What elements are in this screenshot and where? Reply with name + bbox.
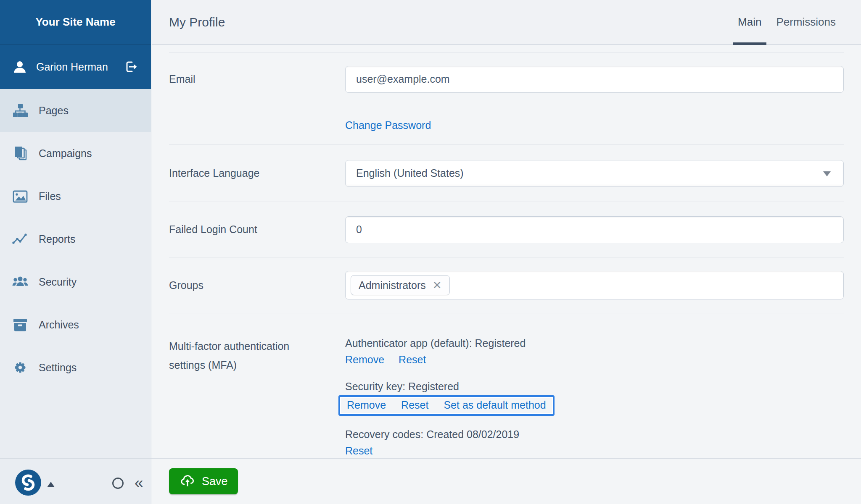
line-chart-icon (12, 231, 29, 247)
page-title: My Profile (169, 15, 225, 29)
security-key-status: Security key: Registered (345, 380, 844, 393)
recovery-codes-status: Recovery codes: Created 08/02/2019 (345, 428, 844, 441)
sidebar-header: Your Site Name Garion Herman (0, 0, 151, 89)
groups-label: Groups (169, 279, 345, 291)
profile-form: Email Change Password Interface Language… (169, 52, 844, 472)
authenticator-status: Authenticator app (default): Registered (345, 337, 844, 350)
security-key-set-default-link[interactable]: Set as default method (444, 399, 546, 411)
authenticator-actions: Remove Reset (345, 354, 844, 366)
footer-divider (0, 458, 861, 459)
mfa-settings: Authenticator app (default): Registered … (345, 337, 844, 457)
sidebar: Your Site Name Garion Herman Pages (0, 0, 151, 504)
cloud-upload-icon (179, 473, 196, 490)
chevron-down-icon (823, 171, 831, 176)
app-root: Your Site Name Garion Herman Pages (0, 0, 861, 504)
remove-group-icon[interactable]: ✕ (433, 280, 442, 291)
interface-language-row: Interface Language English (United State… (169, 145, 844, 202)
security-key-actions-highlight: Remove Reset Set as default method (338, 395, 555, 416)
interface-language-label: Interface Language (169, 167, 345, 179)
sidebar-item-archives[interactable]: Archives (0, 303, 151, 346)
sidebar-user-row[interactable]: Garion Herman (0, 45, 151, 89)
change-password-link[interactable]: Change Password (345, 119, 431, 131)
failed-login-label: Failed Login Count (169, 223, 345, 236)
groups-field[interactable]: Administrators ✕ (345, 271, 844, 299)
sidebar-item-label: Pages (39, 105, 69, 117)
image-icon (12, 188, 29, 205)
authenticator-reset-link[interactable]: Reset (399, 354, 426, 366)
sidebar-item-label: Reports (39, 233, 76, 245)
main-content: My Profile Main Permissions Email Change… (152, 0, 861, 504)
sidebar-menu: Pages Campaigns Files Reports (0, 89, 151, 389)
sidebar-item-label: Settings (39, 362, 77, 374)
mfa-label: Multi-factor authentication settings (MF… (169, 337, 314, 375)
sidebar-item-settings[interactable]: Settings (0, 346, 151, 389)
sidebar-item-campaigns[interactable]: Campaigns (0, 132, 151, 175)
change-password-row: Change Password (169, 106, 844, 145)
email-row: Email (169, 52, 844, 106)
security-key-reset-link[interactable]: Reset (401, 399, 428, 411)
mfa-row: Multi-factor authentication settings (MF… (169, 313, 844, 472)
sidebar-item-label: Security (39, 276, 77, 288)
logout-icon[interactable] (123, 59, 138, 74)
authenticator-remove-link[interactable]: Remove (345, 354, 384, 366)
group-chip-label: Administrators (359, 279, 426, 291)
gear-icon (12, 359, 29, 376)
sidebar-item-label: Files (39, 190, 61, 202)
failed-login-field[interactable] (345, 216, 844, 243)
archive-box-icon (12, 316, 29, 333)
sidebar-item-reports[interactable]: Reports (0, 218, 151, 260)
save-bar: Save (152, 459, 861, 504)
logo-menu-caret-icon[interactable] (47, 482, 55, 487)
stacked-pages-icon (12, 145, 29, 162)
sidebar-item-label: Campaigns (39, 147, 92, 160)
user-icon (13, 60, 27, 74)
users-icon (12, 273, 29, 290)
failed-login-row: Failed Login Count (169, 202, 844, 257)
email-label: Email (169, 73, 345, 85)
recovery-codes-reset-link[interactable]: Reset (345, 445, 372, 457)
save-button[interactable]: Save (169, 468, 238, 494)
sitemap-icon (12, 102, 29, 119)
sidebar-item-security[interactable]: Security (0, 260, 151, 303)
sidebar-item-files[interactable]: Files (0, 175, 151, 218)
cms-logo[interactable] (15, 470, 41, 496)
sidebar-item-pages[interactable]: Pages (0, 89, 151, 132)
tab-main[interactable]: Main (733, 0, 766, 44)
collapse-sidebar-button[interactable]: « (135, 473, 143, 493)
header-tabs: Main Permissions (733, 0, 841, 44)
security-key-remove-link[interactable]: Remove (347, 399, 386, 411)
site-name: Your Site Name (0, 0, 151, 45)
group-chip: Administrators ✕ (351, 275, 450, 295)
interface-language-select[interactable]: English (United States) (345, 160, 844, 187)
status-circle-icon[interactable] (112, 478, 124, 489)
page-header: My Profile Main Permissions (152, 0, 861, 45)
tab-permissions[interactable]: Permissions (771, 0, 841, 44)
user-name: Garion Herman (36, 61, 114, 73)
groups-row: Groups Administrators ✕ (169, 257, 844, 313)
save-button-label: Save (202, 475, 228, 488)
email-field[interactable] (345, 66, 844, 93)
interface-language-value: English (United States) (356, 167, 464, 179)
sidebar-item-label: Archives (39, 319, 79, 331)
